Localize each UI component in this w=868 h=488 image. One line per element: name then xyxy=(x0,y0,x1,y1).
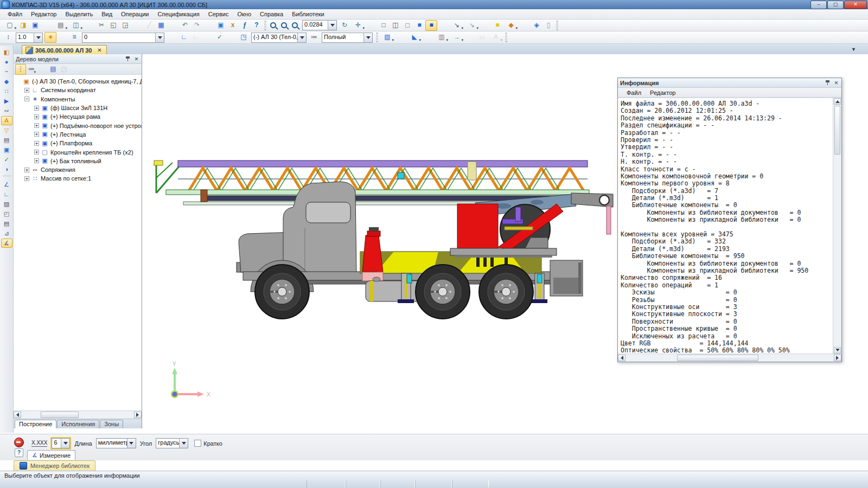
tree-expander[interactable]: + xyxy=(24,176,29,181)
angle-unit-combo[interactable]: градусы xyxy=(156,438,188,448)
info-horizontal-scrollbar[interactable] xyxy=(618,354,841,362)
chevron-down-icon[interactable] xyxy=(34,33,42,42)
brief-checkbox[interactable] xyxy=(194,440,201,447)
print-preview-icon[interactable]: ◫ xyxy=(68,20,84,31)
toolbar-separator[interactable] xyxy=(519,20,531,31)
part-mode-icon[interactable]: ◑ xyxy=(1,165,12,174)
tree-item[interactable]: + ∾ Сопряжения xyxy=(14,165,142,174)
tree-extra-window-icon[interactable]: ◳ xyxy=(59,64,69,75)
report-icon[interactable]: ▤ xyxy=(1,136,12,145)
tree-view-mode-icon[interactable]: ≔ xyxy=(26,64,37,75)
toolbar-separator[interactable] xyxy=(131,20,143,31)
chevron-down-icon[interactable] xyxy=(363,33,372,42)
close-icon[interactable]: ✕ xyxy=(833,80,839,86)
tree-expander[interactable]: + xyxy=(34,132,39,137)
measurement-tab[interactable]: ∡ Измерение xyxy=(27,450,75,460)
mass-properties-icon[interactable]: ⊿ xyxy=(1,229,12,238)
hidden-lines-icon[interactable]: ◫ xyxy=(390,20,401,31)
zoom-pointer-icon[interactable] xyxy=(279,20,290,31)
chevron-down-icon[interactable] xyxy=(179,439,188,448)
toolbar-separator[interactable] xyxy=(203,20,215,31)
tree-item[interactable]: + ∷ Массив по сетке:1 xyxy=(14,174,142,183)
hide-all-objects-icon[interactable]: ■ xyxy=(492,20,503,31)
properties-icon[interactable]: ▣ xyxy=(1,145,12,155)
toolbar-separator[interactable] xyxy=(366,20,378,31)
tree-item[interactable]: + ▣ (ф) Шасси ЗиЛ 131Н xyxy=(14,104,142,112)
scroll-right-button[interactable] xyxy=(834,355,841,361)
context-help-icon[interactable]: ? xyxy=(251,20,263,31)
tree-horizontal-scrollbar[interactable] xyxy=(14,410,142,419)
assembly-doc-icon[interactable]: ◳ xyxy=(238,32,250,43)
open-icon[interactable]: ◨ xyxy=(17,20,29,31)
variables-icon[interactable]: x xyxy=(227,20,239,31)
toolbar-separator[interactable] xyxy=(41,20,53,31)
current-scale-icon[interactable]: ↕ xyxy=(2,32,14,43)
menu-item[interactable]: Сервис xyxy=(204,10,233,18)
tab-close-icon[interactable]: ✕ xyxy=(97,47,103,53)
menu-item[interactable]: Вид xyxy=(97,10,117,18)
toolbar-separator[interactable] xyxy=(437,20,449,31)
toolbar-separator[interactable] xyxy=(37,64,48,75)
tree-item[interactable]: + ▢ Кронштейн крепления ТБ (x2) xyxy=(14,147,142,156)
help-icon[interactable]: ? xyxy=(15,448,23,457)
orientation-icon[interactable]: ✛ xyxy=(350,20,366,31)
toolbar-separator[interactable] xyxy=(464,32,476,43)
menu-item[interactable]: Окно xyxy=(233,10,256,18)
tree-expander[interactable]: + xyxy=(34,123,39,128)
scroll-thumb[interactable] xyxy=(834,106,840,155)
scroll-down-button[interactable] xyxy=(834,347,841,354)
surfaces-icon[interactable]: ● xyxy=(1,57,12,67)
strip-separator[interactable] xyxy=(2,176,11,179)
tree-structure-icon[interactable]: ⋮ xyxy=(15,64,26,75)
menu-item[interactable]: Выделить xyxy=(61,10,97,18)
tree-tab[interactable]: Зоны xyxy=(100,420,123,428)
specification-icon[interactable]: ▥ xyxy=(434,32,449,43)
tree-item[interactable]: + ▣ (+) Несущая рама xyxy=(14,112,142,121)
toolbar-separator[interactable] xyxy=(395,32,407,43)
chevron-down-icon[interactable] xyxy=(155,33,164,42)
paste-icon[interactable]: ◲ xyxy=(119,20,131,31)
toolbar-separator[interactable] xyxy=(167,20,179,31)
pin-icon[interactable] xyxy=(825,80,830,86)
shaded-icon[interactable]: ■ xyxy=(413,20,425,31)
tree-expander[interactable]: − xyxy=(24,97,29,101)
tree-item[interactable]: + ∟ Системы координат xyxy=(14,86,142,94)
toolbar-grip[interactable] xyxy=(505,33,507,42)
toolbar-separator[interactable] xyxy=(422,32,434,43)
snap-icon[interactable]: ∗ xyxy=(44,32,56,43)
scroll-thumb[interactable] xyxy=(41,412,79,418)
check-icon[interactable]: ✓ xyxy=(1,155,12,164)
length-unit-combo[interactable]: миллиметры xyxy=(96,438,136,448)
tree-expander[interactable]: + xyxy=(24,88,29,93)
tree-item[interactable]: + ▣ (+) Бак топливный xyxy=(14,157,142,165)
chevron-down-icon[interactable] xyxy=(328,21,336,30)
tree-expander[interactable]: + xyxy=(34,106,39,111)
tree-item[interactable]: − ∗ Компоненты xyxy=(14,95,142,104)
report-icon[interactable]: → xyxy=(449,32,464,43)
measure-corner-icon[interactable]: ∟ xyxy=(1,190,12,199)
spreadsheet-icon[interactable]: ▦ xyxy=(155,20,167,31)
scroll-up-button[interactable] xyxy=(834,98,841,105)
tree-expander[interactable]: + xyxy=(34,150,39,155)
tree-expander[interactable]: + xyxy=(34,114,39,119)
mate-window-icon[interactable]: ▯ xyxy=(542,20,554,31)
layer-combo[interactable]: 0 xyxy=(82,33,164,43)
tree-tab[interactable]: Построение xyxy=(15,420,56,428)
chevron-down-icon[interactable] xyxy=(127,439,136,448)
toolbar-grip[interactable] xyxy=(264,21,266,30)
filter-icon[interactable]: ▽ xyxy=(1,126,12,135)
toolbar-grip[interactable] xyxy=(376,33,378,42)
tree-item[interactable]: + ▣ (+) Подъёмно-поворот ное устройст xyxy=(14,121,142,130)
spatial-curves-icon[interactable]: ~ xyxy=(1,67,12,76)
document-combo[interactable]: (-) АЛ 30 (Тел-0, Сб xyxy=(251,33,307,43)
print-icon[interactable]: ▤ xyxy=(53,20,68,31)
refresh-icon[interactable]: ↻ xyxy=(339,20,350,31)
tree-item[interactable]: + ▣ (+) Платформа xyxy=(14,139,142,147)
tree-expander[interactable]: + xyxy=(34,141,39,146)
document-tab[interactable]: 306.00.00.000 АЛ 30 ✕ xyxy=(22,45,107,55)
mates-icon[interactable]: ∾ xyxy=(1,106,12,115)
menu-item[interactable]: Спецификация xyxy=(154,10,204,18)
scale-combo[interactable]: 1.0 xyxy=(16,33,43,43)
measurement-icon[interactable]: ∡ xyxy=(1,239,12,248)
toolbar-separator[interactable] xyxy=(480,20,492,31)
